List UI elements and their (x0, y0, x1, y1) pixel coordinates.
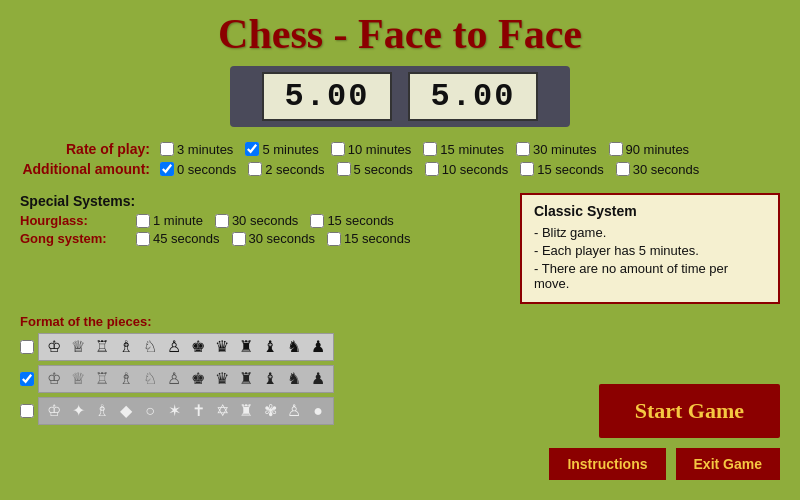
piece-wqueen[interactable]: ♕ (67, 336, 89, 358)
timer-right: 5.00 (408, 72, 538, 121)
start-game-button[interactable]: Start Game (599, 384, 780, 438)
hourglass-15sec[interactable]: 15 seconds (310, 213, 394, 228)
piece-bbishop[interactable]: ♝ (259, 336, 281, 358)
pieces-row-1-checkbox[interactable] (20, 340, 34, 354)
piece3-5[interactable]: ○ (139, 400, 161, 422)
add-2sec[interactable]: 2 seconds (248, 162, 324, 177)
gong-45sec[interactable]: 45 seconds (136, 231, 220, 246)
pieces-row-2-checkbox[interactable] (20, 372, 34, 386)
bottom-buttons: Instructions Exit Game (549, 448, 780, 480)
piece3-8[interactable]: ✡ (211, 400, 233, 422)
instructions-button[interactable]: Instructions (549, 448, 665, 480)
piece2-bqueen[interactable]: ♛ (211, 368, 233, 390)
timer-left: 5.00 (262, 72, 392, 121)
piece-wking[interactable]: ♔ (43, 336, 65, 358)
rate-3min[interactable]: 3 minutes (160, 142, 233, 157)
classic-system-box: Classic System Blitz game. Each player h… (520, 193, 780, 304)
left-panel: Special Systems: Hourglass: 1 minute 30 … (20, 193, 510, 304)
piece3-7[interactable]: ✝ (187, 400, 209, 422)
rate-5min[interactable]: 5 minutes (245, 142, 318, 157)
special-systems-title: Special Systems: (20, 193, 510, 209)
classic-system-title: Classic System (534, 203, 766, 219)
hourglass-row: Hourglass: 1 minute 30 seconds 15 second… (20, 213, 510, 228)
gong-row: Gong system: 45 seconds 30 seconds 15 se… (20, 231, 510, 246)
piece2-bpawn[interactable]: ♟ (307, 368, 329, 390)
piece-wknight[interactable]: ♘ (139, 336, 161, 358)
pieces-row-1: ♔ ♕ ♖ ♗ ♘ ♙ ♚ ♛ ♜ ♝ ♞ ♟ (20, 333, 780, 361)
pieces-strip-2: ♔ ♕ ♖ ♗ ♘ ♙ ♚ ♛ ♜ ♝ ♞ ♟ (38, 365, 334, 393)
rate-10min[interactable]: 10 minutes (331, 142, 412, 157)
buttons-area: Start Game Instructions Exit Game (549, 384, 780, 480)
piece3-2[interactable]: ✦ (67, 400, 89, 422)
piece3-1[interactable]: ♔ (43, 400, 65, 422)
piece2-wking[interactable]: ♔ (43, 368, 65, 390)
gong-30sec[interactable]: 30 seconds (232, 231, 316, 246)
piece3-3[interactable]: ♗ (91, 400, 113, 422)
hourglass-label: Hourglass: (20, 213, 130, 228)
pieces-strip-1: ♔ ♕ ♖ ♗ ♘ ♙ ♚ ♛ ♜ ♝ ♞ ♟ (38, 333, 334, 361)
piece-bknight[interactable]: ♞ (283, 336, 305, 358)
piece2-wpawn[interactable]: ♙ (163, 368, 185, 390)
piece2-wrook[interactable]: ♖ (91, 368, 113, 390)
gong-15sec[interactable]: 15 seconds (327, 231, 411, 246)
piece2-wqueen[interactable]: ♕ (67, 368, 89, 390)
hourglass-1min[interactable]: 1 minute (136, 213, 203, 228)
classic-system-points: Blitz game. Each player has 5 minutes. T… (534, 225, 766, 291)
piece3-9[interactable]: ♜ (235, 400, 257, 422)
piece2-bknight[interactable]: ♞ (283, 368, 305, 390)
gong-label: Gong system: (20, 231, 130, 246)
piece-wbishop[interactable]: ♗ (115, 336, 137, 358)
add-30sec[interactable]: 30 seconds (616, 162, 700, 177)
piece2-bking[interactable]: ♚ (187, 368, 209, 390)
pieces-format-label: Format of the pieces: (20, 314, 780, 329)
middle-section: Special Systems: Hourglass: 1 minute 30 … (0, 187, 800, 310)
add-0sec[interactable]: 0 seconds (160, 162, 236, 177)
options-section: Rate of play: 3 minutes 5 minutes 10 min… (0, 135, 800, 187)
additional-amount-row: Additional amount: 0 seconds 2 seconds 5… (20, 161, 780, 177)
page-title: Chess - Face to Face (0, 0, 800, 58)
piece-wrook[interactable]: ♖ (91, 336, 113, 358)
timer-display: 5.00 5.00 (230, 66, 570, 127)
hourglass-30sec[interactable]: 30 seconds (215, 213, 299, 228)
piece2-bbishop[interactable]: ♝ (259, 368, 281, 390)
rate-of-play-label: Rate of play: (20, 141, 150, 157)
exit-game-button[interactable]: Exit Game (676, 448, 780, 480)
piece2-wbishop[interactable]: ♗ (115, 368, 137, 390)
piece-bpawn[interactable]: ♟ (307, 336, 329, 358)
piece3-4[interactable]: ◆ (115, 400, 137, 422)
classic-point-1: Blitz game. (534, 225, 766, 240)
piece2-brook[interactable]: ♜ (235, 368, 257, 390)
piece-bking[interactable]: ♚ (187, 336, 209, 358)
add-10sec[interactable]: 10 seconds (425, 162, 509, 177)
rate-30min[interactable]: 30 minutes (516, 142, 597, 157)
rate-of-play-row: Rate of play: 3 minutes 5 minutes 10 min… (20, 141, 780, 157)
rate-15min[interactable]: 15 minutes (423, 142, 504, 157)
add-5sec[interactable]: 5 seconds (337, 162, 413, 177)
classic-point-3: There are no amount of time per move. (534, 261, 766, 291)
piece-brook[interactable]: ♜ (235, 336, 257, 358)
piece3-12[interactable]: ● (307, 400, 329, 422)
piece3-6[interactable]: ✶ (163, 400, 185, 422)
classic-point-2: Each player has 5 minutes. (534, 243, 766, 258)
piece-bqueen[interactable]: ♛ (211, 336, 233, 358)
piece3-11[interactable]: ♙ (283, 400, 305, 422)
piece2-wknight[interactable]: ♘ (139, 368, 161, 390)
rate-90min[interactable]: 90 minutes (609, 142, 690, 157)
pieces-strip-3: ♔ ✦ ♗ ◆ ○ ✶ ✝ ✡ ♜ ✾ ♙ ● (38, 397, 334, 425)
piece3-10[interactable]: ✾ (259, 400, 281, 422)
add-15sec[interactable]: 15 seconds (520, 162, 604, 177)
additional-amount-label: Additional amount: (20, 161, 150, 177)
pieces-row-3-checkbox[interactable] (20, 404, 34, 418)
piece-wpawn[interactable]: ♙ (163, 336, 185, 358)
